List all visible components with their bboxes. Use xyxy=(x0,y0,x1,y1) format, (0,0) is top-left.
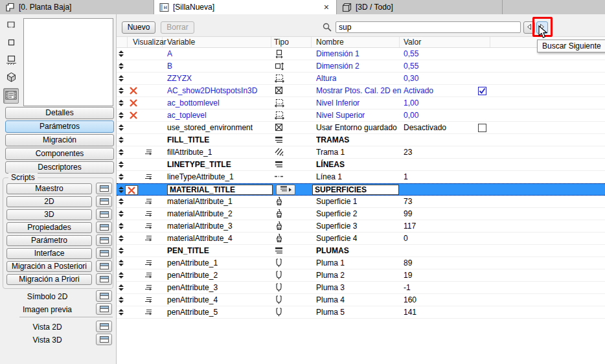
table-row[interactable]: materialAttribute_2Superficie 299 xyxy=(117,208,605,220)
param-value[interactable]: Desactivado xyxy=(404,122,446,133)
reorder-icon[interactable] xyxy=(119,223,124,229)
script-button-propiedades[interactable]: Propiedades xyxy=(6,222,92,233)
table-row[interactable]: MATERIAL_TITLESUPERFICIES xyxy=(117,183,605,196)
param-value[interactable]: 1 xyxy=(404,171,408,183)
table-row[interactable]: materialAttribute_4Superficie 40 xyxy=(117,233,605,245)
param-value[interactable]: 141 xyxy=(404,306,417,318)
param-value[interactable]: 0,55 xyxy=(404,48,418,60)
script-button-parámetro[interactable]: Parámetro xyxy=(6,235,92,246)
tab-sillanueva[interactable]: [SillaNueva] × xyxy=(154,0,337,14)
table-row[interactable]: LINETYPE_TITLELÍNEAS xyxy=(117,159,605,171)
table-row[interactable]: materialAttribute_1Superficie 173 xyxy=(117,196,605,208)
reorder-icon[interactable] xyxy=(119,75,124,82)
param-value[interactable]: 0 xyxy=(404,233,408,244)
reorder-icon[interactable] xyxy=(119,112,124,119)
reorder-icon[interactable] xyxy=(119,87,124,94)
reorder-icon[interactable] xyxy=(119,309,124,315)
table-row[interactable]: penAttribute_5Pluma 5141 xyxy=(117,306,605,319)
name-edit-field[interactable]: SUPERFICIES xyxy=(312,185,399,195)
param-value[interactable]: 0,00 xyxy=(404,109,418,121)
table-row[interactable]: materialAttribute_3Superficie 3117 xyxy=(117,220,605,233)
table-row[interactable]: fillAttribute_1Trama 123 xyxy=(117,146,605,159)
new-button[interactable]: Nuevo xyxy=(122,21,155,34)
reorder-icon[interactable] xyxy=(119,187,124,193)
open-window-button[interactable] xyxy=(96,196,112,207)
type-picker-button[interactable] xyxy=(276,185,295,195)
reorder-icon[interactable] xyxy=(119,174,124,180)
table-row[interactable]: ZZYZXAltura0,30 xyxy=(117,73,605,85)
preview-mode-filmstrip[interactable] xyxy=(3,88,19,104)
preview-mode-cube-3d[interactable] xyxy=(3,71,19,86)
param-value[interactable]: Activado xyxy=(404,85,433,97)
param-value[interactable]: 0,55 xyxy=(404,60,418,72)
param-value[interactable]: 160 xyxy=(404,294,417,306)
tab-planta-baja[interactable]: [0. Planta Baja] xyxy=(0,0,154,14)
table-row[interactable]: penAttribute_4Pluma 4160 xyxy=(117,294,605,306)
table-row[interactable]: use_stored_environmentUsar Entorno guard… xyxy=(117,122,605,134)
table-row[interactable]: ac_bottomlevelNivel Inferior1,00 xyxy=(117,97,605,109)
table-row[interactable]: FILL_TITLETRAMAS xyxy=(117,134,605,146)
table-row[interactable]: penAttribute_2Pluma 219 xyxy=(117,269,605,282)
search-input[interactable] xyxy=(336,21,521,33)
param-value[interactable]: 1,00 xyxy=(404,97,418,109)
reorder-icon[interactable] xyxy=(119,161,124,168)
open-window-button[interactable] xyxy=(96,334,112,345)
script-button-interface[interactable]: Interface xyxy=(6,248,92,259)
script-button-2d[interactable]: 2D xyxy=(6,196,92,207)
param-value[interactable]: 23 xyxy=(404,146,412,158)
script-button-migración-a-posteriori[interactable]: Migración a Posteriori xyxy=(6,261,92,272)
reorder-icon[interactable] xyxy=(119,235,124,242)
param-value[interactable]: 117 xyxy=(404,220,416,232)
reorder-icon[interactable] xyxy=(119,247,124,254)
open-window-button[interactable] xyxy=(96,222,112,233)
sidebar-item-descriptores[interactable]: Descriptores xyxy=(5,161,114,174)
sidebar-item-parámetros[interactable]: Parámetros xyxy=(5,120,114,133)
table-row[interactable]: penAttribute_3Pluma 3-1 xyxy=(117,282,605,294)
param-value[interactable]: 89 xyxy=(404,257,412,269)
value-checkbox[interactable] xyxy=(478,124,486,132)
reorder-icon[interactable] xyxy=(119,272,124,279)
table-row[interactable]: AC_show2DHotspotsIn3DMostrar Ptos. Cal. … xyxy=(117,85,605,97)
table-row[interactable]: penAttribute_1Pluma 189 xyxy=(117,257,605,269)
script-button-maestro[interactable]: Maestro xyxy=(6,183,92,194)
value-checkbox[interactable] xyxy=(478,87,486,95)
param-value[interactable]: 73 xyxy=(404,196,412,207)
open-window-button[interactable] xyxy=(96,260,112,272)
table-row[interactable]: PEN_TITLEPLUMAS xyxy=(117,245,605,257)
reorder-icon[interactable] xyxy=(119,297,124,303)
reorder-icon[interactable] xyxy=(119,63,124,69)
table-row[interactable]: ac_toplevelNivel Superior0,00 xyxy=(117,109,605,122)
script-button-3d[interactable]: 3D xyxy=(6,209,92,220)
tab-3d-todo[interactable]: [3D / Todo] xyxy=(337,0,503,14)
reorder-icon[interactable] xyxy=(119,284,124,291)
open-window-button[interactable] xyxy=(96,234,112,246)
table-row[interactable]: ADimensión 10,55 xyxy=(117,48,605,60)
reorder-icon[interactable] xyxy=(119,149,124,155)
script-button-migración-a-priori[interactable]: Migración a Priori xyxy=(6,274,92,285)
preview-mode-section[interactable] xyxy=(3,53,19,69)
sidebar-item-detalles[interactable]: Detalles xyxy=(5,107,114,119)
table-row[interactable]: lineTypeAttribute_1Línea 11 xyxy=(117,171,605,183)
open-window-button[interactable] xyxy=(96,290,112,302)
preview-mode-square[interactable] xyxy=(3,36,19,51)
param-value[interactable]: 19 xyxy=(404,269,412,281)
reorder-icon[interactable] xyxy=(119,124,124,131)
open-window-button[interactable] xyxy=(96,209,112,220)
reorder-icon[interactable] xyxy=(119,137,124,143)
reorder-icon[interactable] xyxy=(119,198,124,205)
table-row[interactable]: BDimensión 20,55 xyxy=(117,60,605,73)
close-icon[interactable]: × xyxy=(322,3,331,12)
variable-edit-field[interactable]: MATERIAL_TITLE xyxy=(167,185,273,195)
preview-mode-plan-symbol[interactable] xyxy=(3,18,19,34)
open-window-button[interactable] xyxy=(96,247,112,259)
open-window-button[interactable] xyxy=(96,321,112,332)
param-value[interactable]: -1 xyxy=(404,282,411,293)
open-window-button[interactable] xyxy=(96,183,112,194)
reorder-icon[interactable] xyxy=(119,260,124,266)
hide-x-checkbox[interactable] xyxy=(125,185,138,195)
reorder-icon[interactable] xyxy=(119,100,124,106)
reorder-icon[interactable] xyxy=(119,210,124,217)
open-window-button[interactable] xyxy=(96,303,112,315)
param-value[interactable]: 99 xyxy=(404,208,412,220)
open-window-button[interactable] xyxy=(96,273,112,285)
